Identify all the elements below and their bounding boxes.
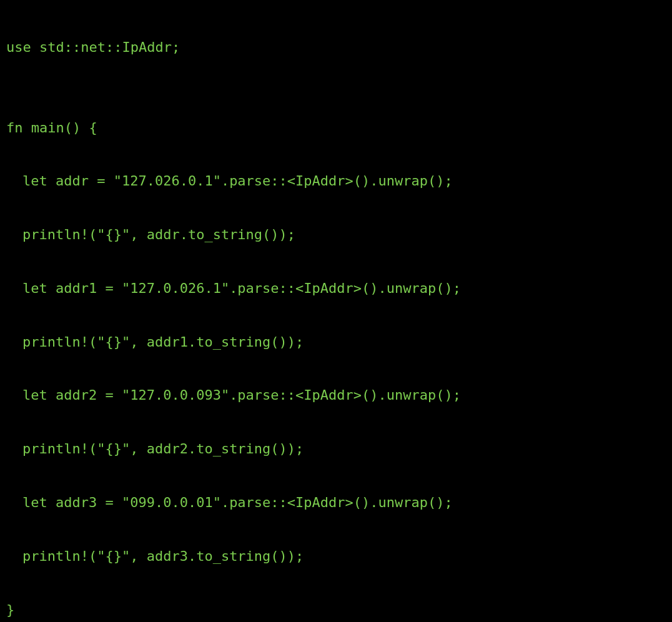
code-line-3: fn main() { xyxy=(6,115,666,142)
code-line-4: let addr = "127.026.0.1".parse::<IpAddr>… xyxy=(6,168,666,195)
code-line-10: let addr3 = "099.0.0.01".parse::<IpAddr>… xyxy=(6,490,666,516)
code-line-5: println!("{}", addr.to_string()); xyxy=(6,222,666,249)
code-line-9: println!("{}", addr2.to_string()); xyxy=(6,436,666,463)
code-line-1: use std::net::IpAddr; xyxy=(6,34,666,61)
code-line-8: let addr2 = "127.0.0.093".parse::<IpAddr… xyxy=(6,382,666,409)
code-block: use std::net::IpAddr; fn main() { let ad… xyxy=(0,0,672,622)
code-line-7: println!("{}", addr1.to_string()); xyxy=(6,329,666,356)
code-line-11: println!("{}", addr3.to_string()); xyxy=(6,543,666,570)
code-line-12: } xyxy=(6,597,666,622)
code-line-6: let addr1 = "127.0.026.1".parse::<IpAddr… xyxy=(6,275,666,302)
